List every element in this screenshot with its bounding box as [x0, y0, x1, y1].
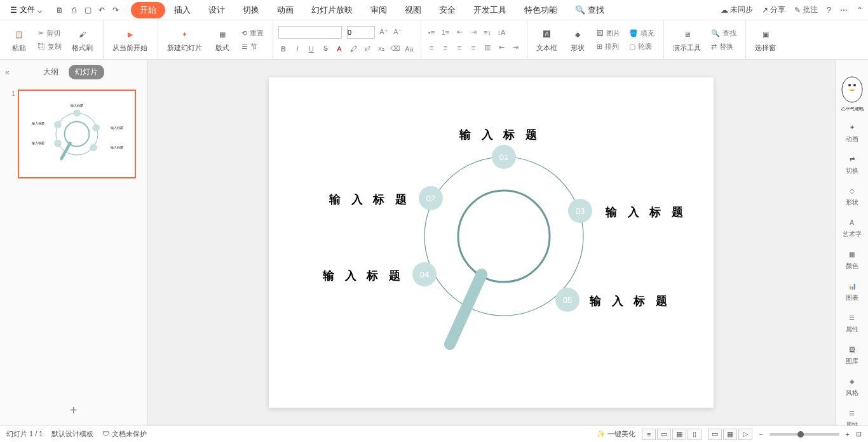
outline-tab[interactable]: 大纲 — [43, 67, 58, 77]
title-1[interactable]: 输 入 标 题 — [459, 127, 541, 142]
italic-icon[interactable]: I — [292, 44, 302, 54]
picture-button[interactable]: 🖼图片 — [594, 27, 623, 39]
sync-status[interactable]: ☁未同步 — [721, 4, 753, 15]
collapse-ribbon-icon[interactable]: ⌃ — [857, 6, 863, 15]
beautify-button[interactable]: ✨ 一键美化 — [597, 429, 635, 439]
more-icon[interactable]: ⋯ — [840, 6, 848, 15]
title-3[interactable]: 输 入 标 题 — [606, 204, 687, 220]
increase-font-icon[interactable]: A⁺ — [379, 27, 389, 37]
rp-style[interactable]: ◈风格 — [846, 375, 858, 398]
share-button[interactable]: ↗分享 — [762, 4, 785, 15]
strike-icon[interactable]: S̶ — [320, 44, 330, 54]
outline-button[interactable]: ▢轮廓 — [627, 41, 657, 53]
bullets-icon[interactable]: •≡ — [426, 27, 437, 37]
tab-start[interactable]: 开始 — [131, 2, 165, 18]
shape-button[interactable]: ◆形状 — [565, 24, 590, 55]
tab-features[interactable]: 特色功能 — [515, 1, 566, 20]
view-sorter2[interactable]: ▦ — [723, 429, 737, 440]
zoom-out[interactable]: − — [759, 431, 763, 438]
arrange-button[interactable]: ⊞排列 — [594, 41, 623, 53]
clear-format-icon[interactable]: ⌫ — [390, 44, 400, 54]
tab-review[interactable]: 审阅 — [362, 1, 396, 20]
view-normal2[interactable]: ▭ — [708, 429, 722, 440]
replace-button[interactable]: ⇄替换 — [709, 41, 739, 53]
font-family-select[interactable] — [278, 26, 342, 39]
cut-button[interactable]: ✂剪切 — [36, 27, 64, 39]
tab-view[interactable]: 视图 — [396, 1, 430, 20]
fill-button[interactable]: 🪣填充 — [627, 27, 657, 39]
file-menu[interactable]: ☰ 文件 ⌵ — [5, 2, 47, 18]
title-4[interactable]: 输 入 标 题 — [323, 268, 404, 283]
rp-color[interactable]: ▦颜色 — [846, 248, 858, 271]
redo-icon[interactable]: ↷ — [111, 5, 121, 15]
section-button[interactable]: ☰节 — [239, 41, 266, 53]
align-center-icon[interactable]: ≡ — [440, 43, 451, 53]
collapse-panel-icon[interactable]: « — [5, 68, 10, 77]
layout-button[interactable]: ▦ 版式 — [210, 24, 235, 55]
font-color-icon[interactable]: A — [334, 44, 344, 54]
view-sorter[interactable]: ▦ — [672, 429, 686, 440]
view-slideshow[interactable]: ▷ — [738, 429, 752, 440]
tab-devtools[interactable]: 开发工具 — [465, 1, 515, 20]
tab-transition[interactable]: 切换 — [234, 1, 268, 20]
view-notes[interactable]: ≡ — [642, 429, 656, 440]
title-5[interactable]: 输 入 标 题 — [590, 293, 671, 309]
save-icon[interactable]: 🗎 — [55, 5, 65, 15]
indent-left-icon[interactable]: ⇤ — [496, 43, 506, 53]
tab-design[interactable]: 设计 — [200, 1, 234, 20]
paste-button[interactable]: 📋 粘贴 — [6, 24, 32, 55]
slide-canvas[interactable]: 01 02 03 04 05 输 入 标 题 输 入 标 题 输 入 标 题 输… — [269, 77, 714, 408]
rp-chart[interactable]: 📊图表 — [846, 279, 858, 302]
line-spacing-icon[interactable]: ≡↕ — [482, 27, 492, 37]
print-icon[interactable]: ⎙ — [69, 5, 79, 15]
tab-insert[interactable]: 插入 — [165, 1, 200, 20]
decrease-indent-icon[interactable]: ⇤ — [454, 27, 465, 37]
view-reading[interactable]: ▯ — [688, 429, 702, 440]
rp-attr[interactable]: ☰属性 — [846, 311, 858, 334]
tab-slideshow[interactable]: 幻灯片放映 — [302, 1, 362, 20]
zoom-in[interactable]: + — [846, 431, 850, 438]
rp-animation[interactable]: ✦动画 — [846, 121, 858, 144]
textbox-button[interactable]: 🅰文本框 — [532, 24, 561, 55]
reset-button[interactable]: ⟲重置 — [239, 27, 266, 39]
find-button[interactable]: 🔍查找 — [709, 27, 739, 39]
preview-icon[interactable]: ▢ — [83, 5, 93, 15]
fit-to-window[interactable]: ⊡ — [856, 430, 862, 438]
decrease-font-icon[interactable]: A⁻ — [393, 27, 403, 37]
view-normal[interactable]: ▭ — [657, 429, 671, 440]
annotate-button[interactable]: ✎批注 — [794, 4, 818, 15]
align-right-icon[interactable]: ≡ — [454, 43, 465, 53]
subscript-icon[interactable]: x₂ — [376, 44, 386, 54]
change-case-icon[interactable]: Aa — [404, 44, 414, 54]
align-left-icon[interactable]: ≡ — [426, 43, 437, 53]
rp-wordart[interactable]: A艺术字 — [843, 216, 862, 239]
underline-icon[interactable]: U — [306, 44, 316, 54]
format-painter-button[interactable]: 🖌 格式刷 — [68, 24, 97, 55]
tab-animation[interactable]: 动画 — [268, 1, 302, 20]
add-slide-button[interactable]: + — [0, 396, 147, 425]
help-icon[interactable]: ? — [827, 6, 831, 15]
rp-switch[interactable]: ⇄切换 — [846, 152, 858, 175]
undo-icon[interactable]: ↶ — [97, 5, 107, 15]
slide-thumbnail[interactable]: 输入标题 输入标题 输入标题 输入标题 输入标题 — [18, 90, 136, 178]
text-direction-icon[interactable]: ↕A — [496, 27, 506, 37]
play-from-current-button[interactable]: ▶ 从当前开始 — [109, 24, 151, 55]
tab-security[interactable]: 安全 — [430, 1, 465, 20]
title-2[interactable]: 输 入 标 题 — [329, 192, 410, 207]
bold-icon[interactable]: B — [278, 44, 288, 54]
font-size-input[interactable] — [347, 26, 375, 39]
align-justify-icon[interactable]: ≡ — [468, 43, 478, 53]
new-slide-button[interactable]: ✦ 新建幻灯片 — [163, 24, 206, 55]
rp-gallery[interactable]: 🖼图库 — [846, 343, 858, 366]
copy-button[interactable]: ⿻复制 — [36, 41, 64, 53]
rp-attr2[interactable]: ☰属性 — [846, 406, 858, 425]
rp-shape[interactable]: ◇形状 — [846, 184, 858, 207]
increase-indent-icon[interactable]: ⇥ — [468, 27, 478, 37]
present-tools-button[interactable]: 🖥演示工具 — [669, 24, 705, 55]
superscript-icon[interactable]: x² — [362, 44, 372, 54]
columns-icon[interactable]: ▥ — [482, 43, 492, 53]
highlight-icon[interactable]: 🖍 — [348, 44, 358, 54]
search-menu[interactable]: 🔍 查找 — [566, 1, 613, 20]
select-pane-button[interactable]: ▣选择窗 — [751, 24, 780, 55]
zoom-slider[interactable] — [770, 433, 839, 436]
